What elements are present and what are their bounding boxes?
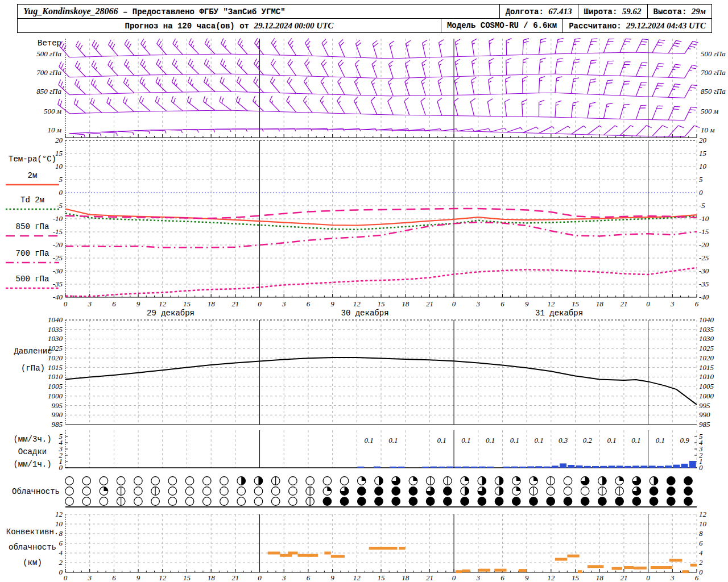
- svg-text:1040: 1040: [699, 315, 714, 324]
- precip-bar: [503, 467, 510, 468]
- calc-label: Рассчитано:: [569, 22, 621, 31]
- svg-text:6: 6: [695, 573, 699, 582]
- svg-text:3: 3: [476, 300, 481, 308]
- convective-bar: [288, 552, 297, 555]
- meteogram-page: Ветер500 гПа500 гПа700 гПа700 гПа850 гПа…: [0, 0, 728, 582]
- convective-bar: [268, 552, 280, 555]
- svg-text:0.3: 0.3: [559, 436, 568, 444]
- svg-text:0: 0: [64, 300, 68, 308]
- svg-text:6: 6: [307, 573, 311, 582]
- convective-bar: [567, 555, 579, 558]
- svg-text:0: 0: [258, 300, 262, 308]
- convective-bar: [494, 569, 506, 572]
- precip-bar: [479, 467, 486, 468]
- latitude-cell: Широта: 59.62: [578, 5, 647, 18]
- latitude-label: Широта:: [584, 7, 618, 16]
- svg-text:10 м: 10 м: [701, 126, 715, 134]
- svg-text:0: 0: [59, 568, 63, 576]
- svg-text:10 м: 10 м: [47, 126, 61, 134]
- svg-text:-35: -35: [699, 280, 709, 288]
- precip-bar: [665, 465, 672, 468]
- svg-text:1000: 1000: [48, 392, 63, 400]
- svg-text:-25: -25: [699, 253, 709, 262]
- svg-text:6: 6: [59, 539, 63, 547]
- svg-text:5: 5: [59, 175, 63, 184]
- calc-cell: Рассчитано: 29.12.2024 04:43 UTC: [562, 19, 712, 32]
- temp-series-3: [65, 222, 697, 248]
- precip-bar: [560, 463, 566, 468]
- precip-bar: [511, 467, 518, 468]
- precip-bar: [608, 465, 615, 468]
- convective-bar: [588, 565, 603, 568]
- svg-text:облачность: облачность: [9, 543, 56, 552]
- svg-text:4: 4: [59, 548, 63, 557]
- precip-bar: [471, 467, 478, 468]
- svg-text:700 гПа: 700 гПа: [701, 68, 726, 77]
- svg-text:6: 6: [699, 539, 703, 547]
- svg-text:21: 21: [620, 300, 627, 308]
- svg-text:-30: -30: [699, 267, 709, 275]
- svg-text:-5: -5: [699, 201, 705, 210]
- svg-text:6: 6: [695, 300, 699, 308]
- precip-bar: [552, 465, 559, 468]
- svg-text:Осадки: Осадки: [18, 447, 47, 456]
- svg-text:-40: -40: [53, 293, 63, 301]
- altitude-cell: Высота: 29м: [647, 5, 712, 18]
- svg-text:5: 5: [699, 175, 703, 184]
- svg-text:12: 12: [547, 300, 555, 308]
- svg-text:21: 21: [231, 573, 239, 582]
- cloud-row-2: [65, 497, 693, 506]
- svg-text:5: 5: [59, 432, 63, 440]
- svg-text:15: 15: [572, 300, 580, 308]
- svg-text:2: 2: [699, 558, 703, 567]
- svg-text:1015: 1015: [48, 363, 63, 372]
- convective-bar: [324, 552, 330, 555]
- svg-text:3: 3: [476, 573, 481, 582]
- precip-bar: [649, 465, 656, 468]
- svg-text:500 гПа: 500 гПа: [16, 275, 49, 284]
- convective-bar: [478, 569, 490, 572]
- svg-text:6: 6: [500, 300, 504, 308]
- header-row-1: Yug_Kondinskoye_28066 – Предоставлено ФГ…: [18, 5, 712, 18]
- svg-text:0.1: 0.1: [534, 436, 543, 444]
- svg-text:3: 3: [282, 573, 286, 582]
- precip-bar: [584, 466, 591, 468]
- longitude-label: Долгота:: [506, 7, 544, 16]
- convective-bar: [462, 569, 470, 572]
- convective-bar: [651, 566, 672, 569]
- svg-text:850 гПа: 850 гПа: [701, 87, 726, 95]
- svg-text:20: 20: [699, 136, 707, 144]
- svg-text:995: 995: [699, 401, 710, 410]
- svg-text:(км): (км): [23, 558, 42, 567]
- svg-text:0: 0: [452, 573, 456, 582]
- precip-bar: [454, 467, 461, 468]
- latitude-value: 59.62: [622, 7, 642, 16]
- convective-bar: [612, 567, 623, 570]
- svg-text:1030: 1030: [699, 334, 714, 343]
- cloudiness-label: Облачность: [12, 487, 60, 496]
- svg-text:1035: 1035: [699, 325, 714, 334]
- svg-text:6: 6: [500, 573, 504, 582]
- svg-text:10: 10: [55, 162, 63, 171]
- svg-text:12: 12: [55, 510, 63, 518]
- convective-bar: [369, 547, 398, 550]
- precip-bar: [576, 465, 583, 468]
- svg-text:21: 21: [620, 573, 627, 582]
- precipitation-panel: 001122334455(мм/3ч.)Осадки(мм/1ч.)0.10.1…: [13, 430, 703, 472]
- svg-text:3: 3: [282, 300, 286, 308]
- svg-text:15: 15: [378, 573, 386, 582]
- wind-panel: Ветер500 гПа500 гПа700 гПа700 гПа850 гПа…: [36, 38, 726, 138]
- svg-text:9: 9: [136, 300, 140, 308]
- svg-text:12: 12: [547, 573, 555, 582]
- svg-text:850 гПа: 850 гПа: [16, 222, 49, 231]
- model-label: Модель: [447, 21, 475, 30]
- svg-text:15: 15: [183, 573, 191, 582]
- svg-text:-25: -25: [53, 253, 63, 262]
- svg-text:0.9: 0.9: [680, 436, 690, 444]
- precip-bar: [673, 465, 680, 468]
- convective-bar: [310, 554, 318, 557]
- svg-text:1005: 1005: [699, 382, 714, 390]
- precip-bar: [374, 467, 380, 468]
- precip-bar: [640, 465, 647, 468]
- station-name: Yug_Kondinskoye_28066: [23, 6, 118, 16]
